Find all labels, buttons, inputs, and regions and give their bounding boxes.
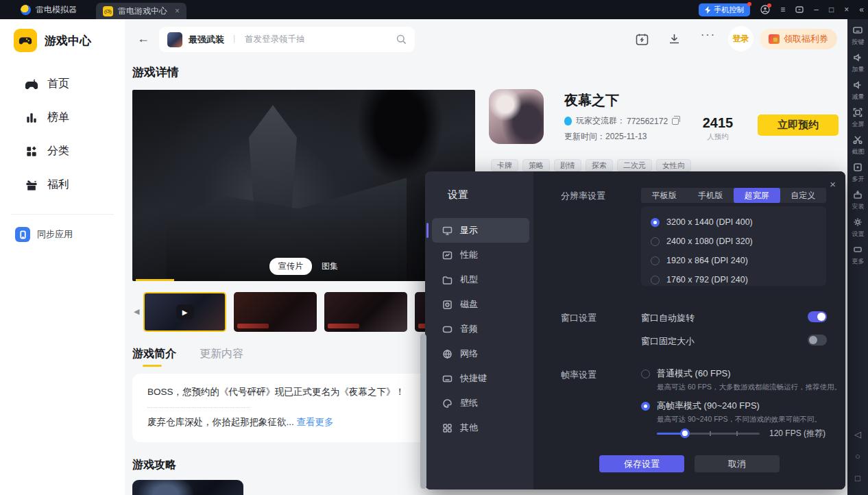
boss-key-icon[interactable] (795, 5, 804, 14)
resolution-option[interactable]: 1920 x 864 (DPI 240) (651, 251, 826, 270)
res-tab-tablet[interactable]: 平板版 (641, 188, 688, 203)
res-tab-phone[interactable]: 手机版 (688, 188, 734, 203)
toolbar-volume-up[interactable]: 加量 (852, 53, 865, 74)
account-icon[interactable] (760, 5, 770, 14)
player-group-row: 玩家交流群：772562172 (564, 115, 679, 127)
other-grid-icon (442, 423, 453, 433)
sidebar-menu: 首页 榜单 分类 福利 (0, 67, 125, 202)
game-trailer-video[interactable]: 宣传片 图集 (132, 90, 475, 281)
android-back-icon[interactable]: ◁ (854, 429, 861, 439)
search-bar[interactable]: 最强武装 丨 首发登录领千抽 (159, 27, 415, 52)
thumbnail-image[interactable] (324, 292, 407, 332)
resolution-options: 3200 x 1440 (DPI 400) 2400 x 1080 (DPI 3… (641, 206, 826, 286)
toolbar-label: 更多 (852, 257, 864, 265)
tag[interactable]: 策略 (522, 159, 550, 171)
settings-nav-label: 其他 (460, 422, 478, 434)
settings-nav-device-model[interactable]: 机型 (432, 267, 529, 292)
play-icon: ▶ (176, 304, 194, 319)
tab-emulator[interactable]: 雷电模拟器 (21, 4, 77, 16)
strategy-thumbnail[interactable] (132, 480, 243, 495)
tab-gamecenter[interactable]: 雷电游戏中心 × (96, 3, 186, 19)
back-icon[interactable]: ← (137, 32, 149, 46)
toolbar-label: 加量 (852, 65, 864, 73)
disk-icon (442, 300, 453, 310)
phone-control-button[interactable]: 手机控制 (699, 3, 750, 16)
toolbar-install-apk[interactable]: 安装 (852, 190, 865, 211)
res-tab-custom[interactable]: 自定义 (780, 188, 827, 203)
see-more-link[interactable]: 查看更多 (297, 417, 334, 427)
fixed-size-toggle[interactable] (808, 335, 827, 346)
auto-rotate-label: 窗口自动旋转 (641, 312, 695, 324)
fps-slider[interactable] (657, 428, 760, 438)
search-icon[interactable] (396, 34, 407, 45)
fps-normal-option[interactable]: 普通模式 (60 FPS) (641, 367, 731, 380)
toolbar-keymapping[interactable]: 按键 (852, 25, 865, 47)
search-placeholder-text: 首发登录领千抽 (245, 34, 390, 45)
login-button[interactable]: 登录 (728, 26, 754, 51)
group-id: 772562172 (627, 117, 668, 126)
menu-icon[interactable]: ≡ (780, 5, 785, 14)
radio-selected-icon (641, 402, 650, 411)
save-settings-button[interactable]: 保存设置 (599, 455, 684, 472)
tag[interactable]: 探索 (586, 159, 613, 171)
video-tab-gallery[interactable]: 图集 (322, 261, 338, 272)
toolbar-label: 全屏 (852, 120, 864, 128)
fps-slider-handle[interactable] (680, 428, 690, 438)
settings-nav-network[interactable]: 网络 (432, 341, 529, 366)
settings-nav-hotkeys[interactable]: 快捷键 (432, 366, 529, 391)
resolution-option[interactable]: 1760 x 792 (DPI 240) (651, 270, 826, 289)
settings-nav-disk[interactable]: 磁盘 (432, 292, 529, 317)
tag[interactable]: 二次元 (617, 159, 652, 171)
thumbnail-video[interactable]: ▶ (143, 292, 226, 332)
settings-nav-display[interactable]: 显示 (432, 218, 529, 243)
close-icon[interactable]: × (844, 5, 849, 14)
auto-rotate-toggle[interactable] (808, 311, 827, 322)
cancel-button[interactable]: 取消 (695, 455, 780, 472)
toolbar-multi-instance[interactable]: 多开 (852, 162, 865, 184)
claim-coupon-button[interactable]: 领取福利券 (760, 29, 837, 49)
tag[interactable]: 剧情 (554, 159, 581, 171)
copy-icon[interactable] (672, 118, 679, 125)
gamecenter-home-logo[interactable]: 游戏中心 (0, 19, 125, 52)
settings-nav-performance[interactable]: 性能 (432, 243, 529, 267)
settings-nav-other[interactable]: 其他 (432, 415, 529, 440)
settings-close-icon[interactable]: × (830, 178, 836, 190)
thumbnails-prev-icon[interactable]: ◀ (134, 307, 139, 316)
android-home-icon[interactable]: ○ (855, 451, 860, 461)
toolbar-screenshot[interactable]: 截图 (852, 135, 865, 156)
toolbar-more[interactable]: 更多 (852, 245, 865, 266)
settings-nav-wallpaper[interactable]: 壁纸 (432, 391, 529, 415)
res-tab-ultrawide[interactable]: 超宽屏 (734, 188, 780, 203)
android-recents-icon[interactable]: □ (855, 473, 860, 483)
network-globe-icon (442, 349, 453, 359)
more-menu-icon[interactable]: ··· (701, 29, 716, 41)
sidebar-item-rankings[interactable]: 榜单 (0, 101, 125, 134)
tab-update-content[interactable]: 更新内容 (200, 347, 243, 361)
reserve-now-button[interactable]: 立即预约 (758, 114, 839, 136)
resolution-option[interactable]: 3200 x 1440 (DPI 400) (651, 213, 826, 232)
sidebar-item-home[interactable]: 首页 (0, 67, 125, 101)
sidebar-sync-apps[interactable]: 同步应用 (0, 215, 125, 242)
sidebar-item-categories[interactable]: 分类 (0, 134, 125, 168)
download-manager-icon[interactable] (668, 33, 681, 49)
tag[interactable]: 卡牌 (491, 159, 518, 171)
toolbar-settings[interactable]: 设置 (852, 217, 865, 239)
tab-game-intro[interactable]: 游戏简介 (132, 347, 176, 367)
scrollbar-thumb[interactable] (420, 334, 426, 489)
tab-close-icon[interactable]: × (175, 6, 180, 16)
tag[interactable]: 女性向 (656, 159, 691, 171)
minimize-icon[interactable]: – (814, 5, 819, 14)
settings-nav-audio[interactable]: 音频 (432, 317, 529, 341)
thumbnail-image[interactable] (234, 292, 317, 332)
fps-high-option[interactable]: 高帧率模式 (90~240 FPS) (641, 400, 760, 412)
resolution-option[interactable]: 2400 x 1080 (DPI 320) (651, 232, 826, 251)
toolbar-fullscreen[interactable]: 全屏 (852, 108, 865, 129)
collapse-toolbar-icon[interactable]: « (859, 5, 864, 14)
calendar-signin-icon[interactable] (636, 33, 649, 49)
fixed-size-label: 窗口固定大小 (641, 335, 695, 348)
settings-nav-label: 网络 (460, 348, 478, 360)
toolbar-volume-down[interactable]: 减量 (852, 80, 865, 101)
sidebar-item-benefits[interactable]: 福利 (0, 168, 125, 202)
video-tab-trailer[interactable]: 宣传片 (269, 258, 312, 275)
maximize-icon[interactable]: □ (829, 5, 834, 14)
